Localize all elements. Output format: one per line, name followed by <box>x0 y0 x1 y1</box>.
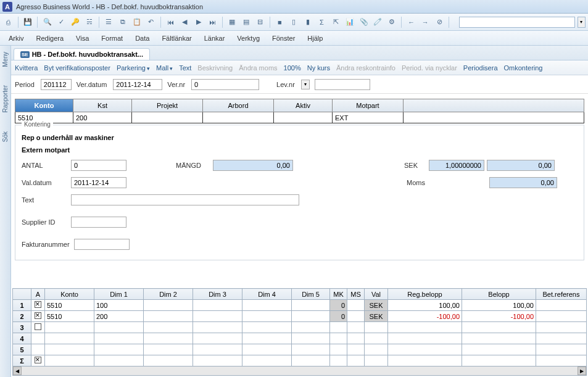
entry-cell-kst[interactable] <box>73 112 132 123</box>
entry-cell-motpart[interactable] <box>333 112 404 123</box>
menu-data[interactable]: Data <box>129 32 155 44</box>
cell-dim2[interactable] <box>144 322 193 333</box>
nav-last-icon[interactable]: ⏭ <box>207 16 218 28</box>
cell-dim5[interactable] <box>292 311 330 322</box>
action-100-[interactable]: 100% <box>284 64 301 72</box>
grid-header-dim-5[interactable]: Dim 5 <box>292 289 330 300</box>
entry-col-motpart[interactable]: Motpart <box>333 99 404 112</box>
cell-dim1[interactable] <box>94 333 144 344</box>
cell-val[interactable] <box>365 333 388 344</box>
cell-dim4[interactable] <box>242 322 292 333</box>
cell-ms[interactable] <box>347 300 365 311</box>
scroll-right-icon[interactable]: ▶ <box>578 367 586 375</box>
nav-prev-icon[interactable]: ◀ <box>179 16 191 28</box>
cell-dim5[interactable] <box>292 322 330 333</box>
table-row[interactable]: 4 <box>13 333 587 344</box>
entry-cell-aktiv[interactable] <box>274 112 333 123</box>
table-row[interactable]: 155101000SEK100,00100,00 <box>13 300 587 311</box>
forward-icon[interactable]: → <box>420 16 431 28</box>
cell-mk[interactable]: 0 <box>330 311 347 322</box>
faktura-input[interactable] <box>74 239 130 250</box>
cell-ms[interactable] <box>347 344 365 355</box>
cell-a[interactable] <box>31 311 45 322</box>
cell-reg[interactable] <box>388 322 462 333</box>
delete-row-icon[interactable]: ⊟ <box>254 16 266 28</box>
grid-header-rownum[interactable] <box>13 289 31 300</box>
cell-mk[interactable] <box>330 344 347 355</box>
scroll-left-icon[interactable]: ◀ <box>13 367 22 375</box>
rownum[interactable]: 5 <box>13 344 31 355</box>
entry-col-projekt[interactable]: Projekt <box>132 99 203 112</box>
menu-länkar[interactable]: Länkar <box>198 32 231 44</box>
cell-ref[interactable] <box>536 311 587 322</box>
cell-dim5[interactable] <box>292 333 330 344</box>
action-omkontering[interactable]: Omkontering <box>504 64 543 72</box>
period-input[interactable] <box>41 79 72 90</box>
cell-dim4[interactable] <box>242 300 292 311</box>
grid-header-dim-2[interactable]: Dim 2 <box>144 289 193 300</box>
cell-dim3[interactable] <box>193 333 242 344</box>
export-icon[interactable]: ⇱ <box>330 16 342 28</box>
action-parkering[interactable]: Parkering <box>117 64 150 72</box>
paste-icon[interactable]: 📋 <box>131 16 143 28</box>
undo-icon[interactable]: ↶ <box>145 16 157 28</box>
menu-redigera[interactable]: Redigera <box>30 32 70 44</box>
grid-header-mk[interactable]: MK <box>330 289 347 300</box>
cell-belopp[interactable]: 100,00 <box>462 300 536 311</box>
cell-konto[interactable] <box>45 344 94 355</box>
cell-a[interactable] <box>31 322 45 333</box>
cell-belopp[interactable] <box>462 344 536 355</box>
cell-ref[interactable] <box>536 300 587 311</box>
grid-header-bet-referens[interactable]: Bet.referens <box>536 289 587 300</box>
cell-a[interactable] <box>31 300 45 311</box>
moms-input[interactable] <box>489 177 557 188</box>
grid-header-konto[interactable]: Konto <box>45 289 94 300</box>
sidebar-meny[interactable]: Meny <box>2 52 9 67</box>
entry-cell-projekt[interactable] <box>132 112 203 123</box>
key-icon[interactable]: 🔑 <box>70 16 81 28</box>
toolbar-combo[interactable] <box>459 17 574 28</box>
cancel-icon[interactable]: ⊘ <box>434 16 445 28</box>
entry-input-aktiv[interactable] <box>276 114 329 122</box>
filter-icon[interactable]: ☵ <box>83 16 95 28</box>
grid-header-a[interactable]: A <box>31 289 45 300</box>
menu-arkiv[interactable]: Arkiv <box>2 32 30 44</box>
entry-input-arbord[interactable] <box>205 114 271 122</box>
cell-reg[interactable]: 100,00 <box>388 300 462 311</box>
cell-belopp[interactable] <box>462 333 536 344</box>
list-icon[interactable]: ☰ <box>103 16 115 28</box>
stop-icon[interactable]: ■ <box>274 16 286 28</box>
cell-ms[interactable] <box>347 322 365 333</box>
clip-icon[interactable]: 📎 <box>358 16 370 28</box>
cell-belopp[interactable]: -100,00 <box>462 311 536 322</box>
supplier-input[interactable] <box>71 217 126 228</box>
nav-first-icon[interactable]: ⏮ <box>165 16 176 28</box>
entry-input-konto[interactable] <box>18 114 70 122</box>
checkbox-icon[interactable] <box>35 312 41 319</box>
cell-dim3[interactable] <box>193 311 242 322</box>
levnr-input[interactable] <box>315 79 370 90</box>
cell-ms[interactable] <box>347 333 365 344</box>
cell-dim2[interactable] <box>144 311 193 322</box>
attach-icon[interactable]: 🧷 <box>372 16 384 28</box>
checkbox-icon[interactable] <box>35 301 41 308</box>
action-mall[interactable]: Mall <box>156 64 173 72</box>
cell-dim1[interactable]: 200 <box>94 311 144 322</box>
nav-next-icon[interactable]: ▶ <box>193 16 204 28</box>
action-text[interactable]: Text <box>179 64 191 72</box>
vernr-input[interactable] <box>191 79 259 90</box>
sum-icon[interactable]: Σ <box>316 16 328 28</box>
cell-dim5[interactable] <box>292 300 330 311</box>
table-row[interactable]: 5 <box>13 344 587 355</box>
cell-dim1[interactable]: 100 <box>94 300 144 311</box>
doc-tab[interactable]: SE HB - Def.bokf. huvudboktransakt... <box>14 48 150 60</box>
sidebar-rapporter[interactable]: Rapporter <box>2 85 9 112</box>
rownum[interactable]: 2 <box>13 311 31 322</box>
antal-input[interactable] <box>71 160 126 171</box>
entry-col-arbord[interactable]: Arbord <box>203 99 274 112</box>
mangd-input[interactable] <box>213 160 293 171</box>
cell-ref[interactable] <box>536 344 587 355</box>
expand-icon[interactable]: ▮ <box>302 16 313 28</box>
back-icon[interactable]: ← <box>405 16 417 28</box>
cell-reg[interactable] <box>388 344 462 355</box>
